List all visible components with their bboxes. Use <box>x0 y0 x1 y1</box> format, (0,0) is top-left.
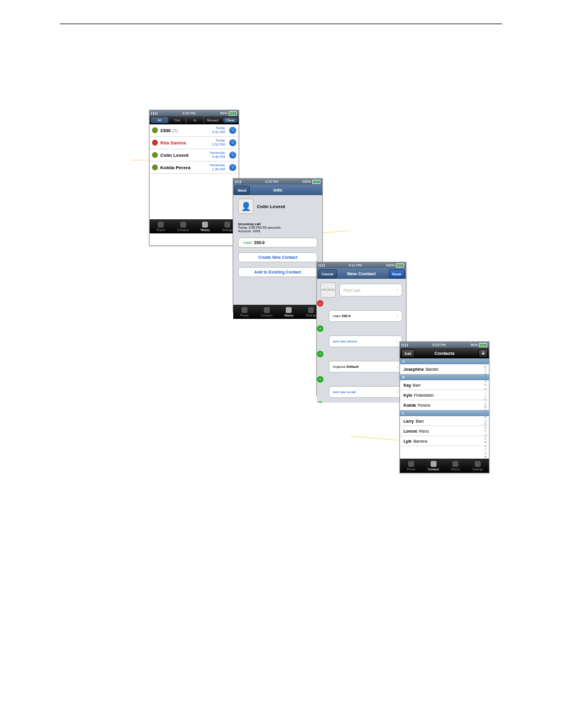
contact-row[interactable]: KyleFinkelstein <box>400 390 489 400</box>
edit-row-phone[interactable]: add new phone› <box>329 335 402 347</box>
page-rule <box>60 24 502 24</box>
chevron-right-icon: › <box>396 364 398 370</box>
history-name: Rita Santos <box>160 140 210 146</box>
contact-name: Colin Levent <box>257 204 285 209</box>
add-icon[interactable]: + <box>317 401 323 403</box>
nav-bar: Back Info <box>233 185 322 195</box>
contact-row[interactable]: LoreneReno <box>400 426 489 436</box>
disclosure-icon[interactable]: › <box>229 151 236 159</box>
battery-icon <box>229 111 237 116</box>
history-row[interactable]: 2300 (5) Today3:31 PM › <box>150 124 239 137</box>
call-type-icon <box>152 127 158 133</box>
call-type-icon <box>152 164 158 170</box>
history-meta: Today1:52 PM <box>212 139 225 146</box>
add-icon[interactable]: + <box>317 325 323 332</box>
phone-row[interactable]: main230-0 <box>238 238 318 248</box>
tab-phone[interactable]: Phone <box>400 459 422 473</box>
add-photo-button[interactable]: add photo <box>320 282 336 298</box>
clear-button[interactable]: Clear <box>223 118 237 123</box>
tab-settings[interactable]: Settings <box>467 459 489 473</box>
seg-missed[interactable]: Missed <box>204 117 222 123</box>
seg-in[interactable]: In <box>186 117 204 123</box>
cancel-button[interactable]: Cancel <box>318 269 337 278</box>
contact-row[interactable]: KayBarr <box>400 380 489 390</box>
tab-contacts[interactable]: Contacts <box>256 305 278 319</box>
phone-icon <box>158 222 164 228</box>
delete-icon[interactable]: – <box>317 300 323 307</box>
contact-row[interactable]: JosephineBarstin <box>400 364 489 374</box>
contacts-screen: 8:29 PM 86% Edit Contacts + J JosephineB… <box>399 341 490 473</box>
seg-out[interactable]: Out <box>168 117 186 123</box>
signal-icon <box>402 344 408 347</box>
chevron-right-icon: › <box>396 339 398 344</box>
signal-icon <box>235 180 241 183</box>
history-screen: 3:30 PM 86% All Out In Missed Clear 2300… <box>149 110 239 246</box>
history-name: Kokila Perera <box>160 165 207 170</box>
contact-row[interactable]: LyleBarrera <box>400 436 489 446</box>
edit-row-main[interactable]: main 230-0› <box>329 310 402 322</box>
name-placeholder: First Last <box>343 288 361 292</box>
section-header: K <box>400 374 489 380</box>
contacts-icon <box>264 307 270 313</box>
add-icon[interactable]: + <box>317 376 323 383</box>
tab-contacts[interactable]: Contacts <box>422 459 445 473</box>
call-type-icon <box>152 152 158 158</box>
tab-bar: Phone Contacts History Settings <box>400 459 489 473</box>
info-screen: 3:15 PM 100% Back Info 👤 Colin Levent In… <box>233 178 323 312</box>
filter-segment-bar: All Out In Missed Clear <box>150 116 239 124</box>
add-contact-button[interactable]: + <box>478 349 488 358</box>
alpha-index[interactable]: QABCDEFGHIJKLMNOPQRSTUVWXYZ# <box>482 358 488 459</box>
status-time: 3:15 PM <box>265 180 278 183</box>
history-icon <box>452 461 458 467</box>
edit-button[interactable]: Edit <box>401 349 415 358</box>
tab-phone[interactable]: Phone <box>150 219 172 233</box>
tab-history[interactable]: History <box>194 219 217 233</box>
new-contact-screen: 3:11 PM 100% Cancel New Contact Done add… <box>316 262 406 396</box>
contact-row[interactable]: KokilaPerera <box>400 400 489 410</box>
section-header: J <box>400 358 489 364</box>
back-button[interactable]: Back <box>234 186 250 195</box>
edit-row-ringtone[interactable]: ringtone Default› <box>329 361 402 373</box>
status-time: 3:11 PM <box>349 263 362 267</box>
signal-icon <box>151 112 157 115</box>
contacts-body: J JosephineBarstin K KayBarr KyleFinkels… <box>400 358 489 459</box>
chevron-right-icon: › <box>396 390 398 395</box>
battery-indicator: 100% <box>386 263 404 268</box>
name-field[interactable]: First Last › <box>339 284 402 297</box>
nav-bar: Cancel New Contact Done <box>317 268 406 279</box>
tab-history[interactable]: History <box>445 459 467 473</box>
history-icon <box>202 222 208 228</box>
info-body: 👤 Colin Levent Incoming call Today 3:00 … <box>233 195 322 305</box>
battery-indicator: 100% <box>302 180 320 184</box>
add-icon[interactable]: + <box>317 351 323 357</box>
disclosure-icon[interactable]: › <box>229 139 236 146</box>
tab-history[interactable]: History <box>278 305 300 319</box>
history-row[interactable]: Kokila Perera Yesterday1:30 PM › <box>150 162 239 174</box>
new-contact-body: add photo First Last › – main 230-0› + a… <box>317 279 406 403</box>
nav-bar: Edit Contacts + <box>400 348 489 358</box>
disclosure-icon[interactable]: › <box>229 127 236 134</box>
history-row[interactable]: Rita Santos Today1:52 PM › <box>150 137 239 149</box>
disclosure-icon[interactable]: › <box>229 164 236 171</box>
add-existing-button[interactable]: Add to Existing Contact <box>238 267 318 277</box>
gear-icon <box>308 307 314 313</box>
edit-row-email[interactable]: add new email› <box>329 386 402 398</box>
done-button[interactable]: Done <box>389 269 405 278</box>
contact-row[interactable]: LarryBian <box>400 416 489 426</box>
status-bar: 3:30 PM 86% <box>150 110 239 116</box>
call-type-icon <box>152 140 158 146</box>
battery-indicator: 86% <box>220 111 237 116</box>
tab-bar: Phone Contacts History Settings <box>233 305 322 319</box>
gear-icon <box>475 461 481 467</box>
history-row[interactable]: Colin Levent Yesterday4:35 PM › <box>150 149 239 162</box>
chevron-right-icon: › <box>396 314 398 319</box>
create-contact-button[interactable]: Create New Contact <box>238 252 318 262</box>
tab-phone[interactable]: Phone <box>233 305 256 319</box>
call-detail: Incoming call Today 3:00 PM 53 seconds A… <box>238 222 318 233</box>
contacts-icon <box>431 461 437 467</box>
history-list: 2300 (5) Today3:31 PM › Rita Santos Toda… <box>150 124 239 219</box>
seg-all[interactable]: All <box>151 117 168 123</box>
signal-icon <box>319 264 325 267</box>
tab-contacts[interactable]: Contacts <box>172 219 194 233</box>
nav-title: Contacts <box>434 351 454 356</box>
